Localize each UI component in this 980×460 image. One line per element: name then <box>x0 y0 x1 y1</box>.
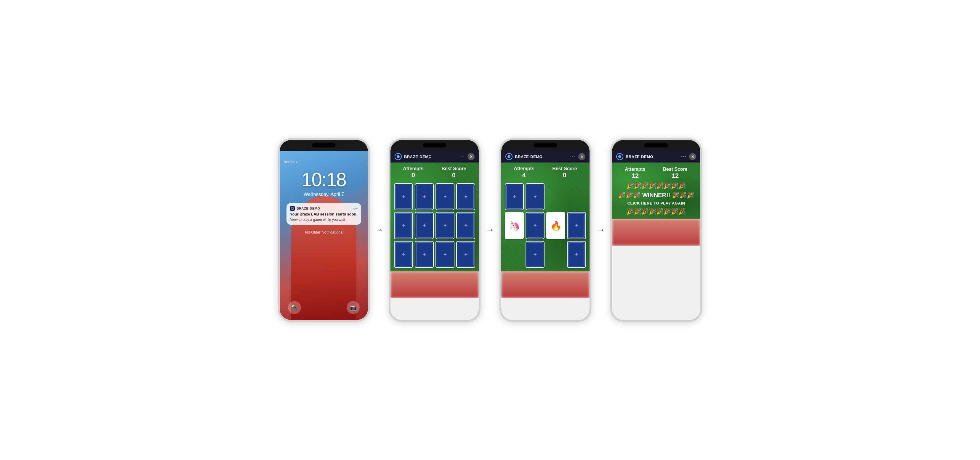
empty-slot-3-4 <box>567 183 586 210</box>
empty-slot-3-9 <box>505 241 524 268</box>
phone-1: Verizon 10:18 Wednesday, April 7 BRAZE-D… <box>278 138 370 322</box>
app-header-left-2: BRAZE-DEMO <box>395 153 432 160</box>
camera-icon: 📷 <box>350 304 356 311</box>
card-3-5[interactable]: 🦄 <box>505 212 524 239</box>
card-back-2-7 <box>436 213 454 238</box>
card-back-2-4 <box>457 184 475 209</box>
attempts-value-3: 4 <box>514 171 534 179</box>
best-score-block-4: Best Score 12 <box>663 167 687 180</box>
card-2-10[interactable] <box>415 241 434 268</box>
notification-banner[interactable]: BRAZE-DEMO now Your Braze LAB session st… <box>286 203 361 225</box>
card-3-12[interactable] <box>567 241 586 268</box>
card-2-11[interactable] <box>436 241 455 268</box>
card-back-2-8 <box>457 213 475 238</box>
party-row-bottom: 🎉🎉🎉🎉🎉🎉🎉🎉 <box>627 208 686 215</box>
close-button-3[interactable]: ✕ <box>578 153 585 160</box>
party-row-top: 🎉🎉🎉🎉🎉🎉🎉🎉 <box>627 182 686 189</box>
lockscreen-content: Verizon 10:18 Wednesday, April 7 BRAZE-D… <box>280 151 368 235</box>
app-header-left-4: BRAZE-DEMO <box>616 153 653 160</box>
card-3-8[interactable] <box>567 212 586 239</box>
app-header-4: BRAZE-DEMO ··· ✕ <box>612 151 700 162</box>
app-screen-2: BRAZE-DEMO ··· ✕ Attempts 0 Best <box>390 151 479 298</box>
phone-body-3: BRAZE-DEMO ··· ✕ Attempts 4 Best <box>501 151 590 320</box>
phone-4: BRAZE-DEMO ··· ✕ Attempts 12 Best <box>610 138 702 322</box>
card-back-3-6 <box>526 213 544 238</box>
card-2-5[interactable] <box>394 212 413 239</box>
best-score-value-3: 0 <box>552 171 577 179</box>
notif-time: now <box>352 206 358 210</box>
card-2-3[interactable] <box>436 183 455 210</box>
card-3-7[interactable]: 🔥 <box>546 212 565 239</box>
card-2-6[interactable] <box>415 212 434 239</box>
notif-app-name: BRAZE-DEMO <box>296 206 320 210</box>
play-again-button[interactable]: CLICK HERE TO PLAY AGAIN <box>627 201 685 205</box>
flashlight-button[interactable]: 🔦 <box>288 301 301 314</box>
app-logo-inner-4 <box>618 155 621 158</box>
blurred-bottom-2 <box>390 271 479 298</box>
card-back-3-10 <box>526 241 544 267</box>
card-2-8[interactable] <box>456 212 475 239</box>
score-row-3: Attempts 4 Best Score 0 <box>505 166 586 179</box>
card-back-2-1 <box>395 184 412 209</box>
card-back-3-12 <box>568 241 585 267</box>
card-2-12[interactable] <box>456 241 475 268</box>
app-name-4: BRAZE-DEMO <box>626 154 653 159</box>
arrow-1: → <box>375 225 383 235</box>
camera-button[interactable]: 📷 <box>347 301 360 314</box>
card-back-3-2 <box>526 184 544 209</box>
card-back-2-12 <box>457 241 475 267</box>
best-score-value-2: 0 <box>441 171 466 179</box>
best-score-block-3: Best Score 0 <box>552 166 577 179</box>
card-3-2[interactable] <box>525 183 544 210</box>
carrier-text: Verizon <box>280 160 296 164</box>
close-button-2[interactable]: ✕ <box>468 153 475 160</box>
empty-slot-3-11 <box>546 241 565 268</box>
phone-2: BRAZE-DEMO ··· ✕ Attempts 0 Best <box>389 138 480 322</box>
app-name-2: BRAZE-DEMO <box>404 154 432 159</box>
notch-pill-2 <box>423 143 447 148</box>
notif-body: View to play a game while you wait <box>290 217 358 222</box>
card-back-3-1 <box>505 184 523 209</box>
close-button-4[interactable]: ✕ <box>689 153 696 160</box>
card-back-2-5 <box>395 213 412 238</box>
arrow-3: → <box>597 225 605 235</box>
app-screen-3: BRAZE-DEMO ··· ✕ Attempts 4 Best <box>501 151 590 298</box>
best-score-label-3: Best Score <box>552 166 577 171</box>
arrow-2: → <box>486 225 494 235</box>
blurred-bottom-4 <box>612 219 700 246</box>
app-header-2: BRAZE-DEMO ··· ✕ <box>390 151 479 162</box>
phone-notch-3 <box>501 140 590 151</box>
card-2-9[interactable] <box>394 241 413 268</box>
card-back-3-8 <box>568 213 585 238</box>
phone-notch-4 <box>612 140 700 151</box>
blurred-bottom-3 <box>501 271 590 298</box>
card-2-1[interactable] <box>394 183 413 210</box>
card-back-2-3 <box>436 184 454 209</box>
attempts-block-4: Attempts 12 <box>625 167 645 180</box>
card-2-2[interactable] <box>415 183 434 210</box>
app-logo-inner-3 <box>508 155 511 158</box>
attempts-label-3: Attempts <box>514 166 534 171</box>
card-face-unicorn: 🦄 <box>505 213 523 238</box>
card-2-7[interactable] <box>436 212 455 239</box>
card-back-2-2 <box>415 184 433 209</box>
app-name-3: BRAZE-DEMO <box>515 154 542 159</box>
app-screen-4: BRAZE-DEMO ··· ✕ Attempts 12 Best <box>612 151 700 246</box>
card-2-4[interactable] <box>456 183 475 210</box>
score-row-2: Attempts 0 Best Score 0 <box>394 166 475 179</box>
braze-icon-inner <box>291 207 294 210</box>
lock-time: 10:18 <box>302 169 346 190</box>
attempts-value-2: 0 <box>403 171 423 179</box>
best-score-label-2: Best Score <box>441 166 466 171</box>
phone-body-1: Verizon 10:18 Wednesday, April 7 BRAZE-D… <box>280 151 368 320</box>
empty-slot-3-3 <box>546 183 565 210</box>
app-dots-2: ··· <box>460 154 465 159</box>
phone-body-2: BRAZE-DEMO ··· ✕ Attempts 0 Best <box>390 151 479 320</box>
attempts-label-2: Attempts <box>403 166 423 171</box>
card-3-10[interactable] <box>525 241 544 268</box>
card-3-6[interactable] <box>525 212 544 239</box>
app-header-left-3: BRAZE-DEMO <box>505 153 542 160</box>
card-back-2-11 <box>436 241 454 267</box>
card-3-1[interactable] <box>505 183 524 210</box>
game-area-3: Attempts 4 Best Score 0 <box>501 162 590 271</box>
